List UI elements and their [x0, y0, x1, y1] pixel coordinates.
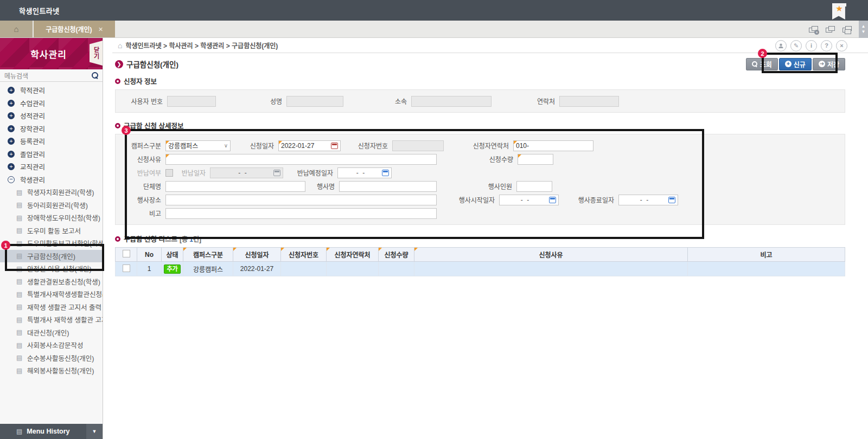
sidebar-item-hakjeok[interactable]: +학적관리: [0, 84, 103, 97]
qty-field[interactable]: [518, 154, 553, 165]
contact-label: 연락처: [492, 96, 559, 106]
col-reason[interactable]: 신청사유: [414, 248, 688, 262]
tile-windows-icon[interactable]: [826, 26, 835, 33]
section-bullet: [115, 236, 120, 242]
dept-label: 소속: [343, 96, 411, 106]
reason-field[interactable]: [165, 154, 437, 165]
start-field[interactable]: - -: [499, 195, 559, 205]
document-icon: ▤: [16, 277, 23, 285]
document-icon: ▤: [16, 303, 23, 311]
return-due-field[interactable]: - -: [337, 167, 392, 178]
table-row[interactable]: 1 추가 강릉캠퍼스 2022-01-27: [116, 262, 845, 276]
col-applicant-no[interactable]: 신청자번호: [281, 248, 327, 262]
sidebar-item-deungnok[interactable]: +등록관리: [0, 135, 103, 148]
cascade-windows-icon[interactable]: [843, 26, 852, 33]
col-campus[interactable]: 캠퍼스구분: [183, 248, 233, 262]
sidebar-subitem-first-aid-selected[interactable]: ▤구급함신청(개인): [0, 250, 103, 263]
sidebar-subitem[interactable]: ▤특별개사 재학생 생활관 고지: [0, 313, 103, 326]
sidebar-subitem[interactable]: ▤사회봉사소감문작성: [0, 339, 103, 352]
save-button[interactable]: ➜저장: [813, 58, 845, 70]
note-field[interactable]: [165, 208, 437, 219]
menu-history-bar[interactable]: ▤ Menu History ▼: [0, 424, 103, 439]
col-qty[interactable]: 신청수량: [379, 248, 414, 262]
col-date[interactable]: 신청일자: [233, 248, 281, 262]
bookmark-star-icon[interactable]: ★: [832, 3, 846, 20]
event-field[interactable]: [339, 181, 437, 192]
select-all-header[interactable]: [116, 248, 137, 262]
detail-section-title: 구급함 신청 상세정보: [124, 120, 183, 131]
sidebar-subitem[interactable]: ▤순수봉사활동신청(개인): [0, 352, 103, 365]
home-icon: ⌂: [14, 24, 18, 34]
tab-close-icon[interactable]: ×: [99, 25, 103, 34]
plus-icon: +: [8, 163, 15, 170]
cell-campus: 강릉캠퍼스: [183, 262, 233, 276]
page-title: 구급함신청(개인): [126, 59, 746, 69]
edit-pencil-icon[interactable]: ✎: [790, 40, 802, 51]
event-label: 행사명: [305, 182, 339, 191]
sidebar-subitem[interactable]: ▤안정실 이용 신청(개인): [0, 262, 103, 275]
sidebar-subitem[interactable]: ▤장애학생도우미신청(학생): [0, 211, 103, 224]
tab-active[interactable]: 구급함신청(개인) ×: [34, 21, 115, 37]
close-icon[interactable]: ×: [836, 40, 847, 51]
sidebar-subitem[interactable]: ▤동아리회원관리(학생): [0, 199, 103, 212]
calendar-icon[interactable]: [331, 143, 338, 149]
tab-scroll-arrows[interactable]: ▲▼: [859, 21, 868, 38]
sidebar-item-haksaeng[interactable]: −학생관리: [0, 173, 103, 186]
tab-home[interactable]: ⌂: [0, 21, 34, 37]
sidebar-subitem[interactable]: ▤도우미 활동 보고서: [0, 224, 103, 237]
sidebar-subitem[interactable]: ▤학생자치회원관리(학생): [0, 186, 103, 199]
org-field[interactable]: [165, 181, 305, 192]
close-all-tabs-icon[interactable]: ×: [809, 26, 818, 33]
note-label: 비고: [116, 209, 165, 218]
menu-search[interactable]: 메뉴검색: [0, 69, 103, 82]
end-field[interactable]: - -: [618, 195, 678, 205]
main-panel: ⌂ 학생인트라넷 > 학사관리 > 학생관리 > 구급함신청(개인) ✎ i ?…: [103, 38, 868, 439]
sidebar-subitem[interactable]: ▤도우미활동보고서확인(학생: [0, 237, 103, 250]
list-count: [총 1건]: [180, 234, 201, 243]
sidebar-item-gyojik[interactable]: +교직관리: [0, 160, 103, 173]
sidebar-subitem[interactable]: ▤특별개사재학생생활관신청(: [0, 288, 103, 301]
phone-field[interactable]: 010-: [513, 140, 593, 151]
sidebar-item-joreop[interactable]: +졸업관리: [0, 148, 103, 161]
col-status[interactable]: 상태: [162, 248, 183, 262]
user-icon[interactable]: [775, 40, 787, 51]
query-button[interactable]: 조회: [746, 58, 778, 70]
checkbox[interactable]: [123, 250, 130, 257]
name-field: [286, 96, 343, 107]
row-checkbox[interactable]: [123, 264, 130, 272]
sidebar-subitem[interactable]: ▤생활관결원보충신청(학생): [0, 275, 103, 288]
sidebar-subitem[interactable]: ▤재학생 생활관 고지서 출력: [0, 301, 103, 314]
sidebar-item-janghak[interactable]: +장학관리: [0, 122, 103, 135]
content: ❯ 구급함신청(개인) 조회 +신규 ➜저장 신청자 정보 사용자 번호 성명: [112, 53, 868, 439]
collapse-icon[interactable]: ▼: [86, 424, 103, 439]
info-icon[interactable]: i: [806, 40, 817, 51]
menu-history-label: Menu History: [27, 428, 69, 435]
sidebar-close-tab[interactable]: 닫기: [90, 41, 103, 66]
calendar-icon: [273, 170, 280, 176]
people-field[interactable]: [516, 181, 552, 192]
col-note[interactable]: 비고: [688, 248, 845, 262]
breadcrumb-bar: ⌂ 학생인트라넷 > 학사관리 > 학생관리 > 구급함신청(개인) ✎ i ?…: [112, 38, 868, 53]
calendar-icon[interactable]: [382, 170, 389, 176]
search-icon[interactable]: [92, 72, 98, 79]
campus-label: 캠퍼스구분: [116, 141, 165, 150]
cell-no: 1: [137, 262, 162, 276]
col-no[interactable]: No: [137, 248, 162, 262]
cell-applicant-no: [281, 262, 327, 276]
plus-circle-icon: +: [785, 61, 792, 67]
sidebar-item-sueop[interactable]: +수업관리: [0, 97, 103, 110]
campus-select[interactable]: 강릉캠퍼스∨: [165, 140, 231, 151]
place-field[interactable]: [165, 195, 437, 205]
calendar-icon[interactable]: [549, 197, 556, 203]
sidebar-subitem[interactable]: ▤해외봉사활동신청(개인): [0, 364, 103, 377]
apply-date-field[interactable]: 2022-01-27: [278, 140, 341, 151]
col-phone[interactable]: 신청자연락처: [327, 248, 379, 262]
minus-icon: −: [8, 176, 15, 183]
sidebar-item-seongjeok[interactable]: +성적관리: [0, 109, 103, 122]
people-label: 행사인원: [437, 182, 516, 191]
calendar-icon[interactable]: [668, 197, 675, 203]
help-icon[interactable]: ?: [821, 40, 832, 51]
name-label: 성명: [216, 96, 286, 106]
sidebar-subitem[interactable]: ▤대관신청(개인): [0, 326, 103, 339]
new-button[interactable]: +신규: [779, 58, 812, 70]
